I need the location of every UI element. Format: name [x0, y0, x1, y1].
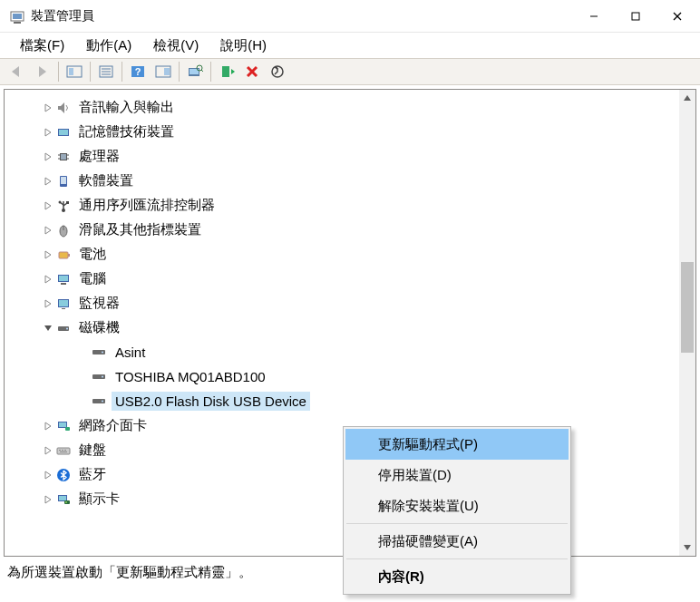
expander-icon[interactable] [41, 275, 55, 284]
svg-rect-64 [60, 452, 67, 452]
svg-text:?: ? [135, 66, 141, 77]
tree-label: 音訊輸入與輸出 [75, 99, 178, 116]
svg-rect-21 [222, 66, 229, 77]
svg-rect-59 [65, 427, 70, 431]
usb-icon [55, 198, 72, 214]
close-button[interactable] [656, 2, 698, 31]
expander-icon[interactable] [41, 128, 55, 137]
svg-rect-67 [59, 496, 66, 500]
svg-rect-44 [59, 276, 68, 281]
tree-label: 軟體裝置 [75, 172, 137, 189]
menu-view[interactable]: 檢視(V) [142, 35, 209, 56]
menu-help[interactable]: 說明(H) [209, 35, 277, 56]
tree-label: 鍵盤 [75, 442, 110, 459]
tree-item-disk-child[interactable]: TOSHIBA MQ01ABD100 [5, 364, 695, 389]
expander-icon[interactable] [41, 471, 55, 480]
svg-rect-1 [13, 14, 22, 19]
memory-icon [55, 124, 72, 141]
svg-rect-42 [68, 254, 70, 257]
tree-item-memory[interactable]: 記憶體技術裝置 [5, 120, 695, 144]
vertical-scrollbar[interactable] [679, 90, 695, 556]
show-hide-tree-button[interactable] [63, 61, 86, 83]
tree-item-software[interactable]: 軟體裝置 [5, 169, 695, 193]
tree-label: 監視器 [75, 295, 123, 312]
tree-item-processor[interactable]: 處理器 [5, 144, 695, 169]
svg-rect-63 [64, 450, 66, 451]
expander-icon[interactable] [41, 495, 55, 504]
separator [346, 558, 568, 559]
battery-icon [55, 247, 72, 263]
svg-point-54 [102, 375, 103, 377]
properties-button[interactable] [94, 61, 118, 83]
tree-item-disk-drives[interactable]: 磁碟機 [5, 316, 695, 340]
svg-rect-34 [61, 177, 66, 184]
scroll-down-button[interactable] [679, 539, 695, 556]
svg-rect-26 [59, 130, 68, 135]
svg-rect-61 [59, 450, 61, 451]
svg-point-52 [102, 351, 103, 353]
titlebar: 裝置管理員 [0, 0, 700, 33]
window-title: 裝置管理員 [31, 8, 94, 24]
expander-icon[interactable] [41, 422, 55, 431]
software-device-icon [55, 173, 72, 189]
display-adapter-icon [55, 491, 72, 508]
menu-action[interactable]: 動作(A) [75, 35, 142, 56]
ctx-scan-hardware[interactable]: 掃描硬體變更(A) [345, 526, 569, 557]
tree-item-monitor[interactable]: 監視器 [5, 291, 695, 316]
view-mode-button[interactable] [151, 61, 175, 83]
tree-label: 藍牙 [75, 466, 110, 483]
tree-item-disk-child[interactable]: Asint [5, 340, 695, 364]
tree-item-usb-controllers[interactable]: 通用序列匯流排控制器 [5, 193, 695, 218]
ctx-update-driver[interactable]: 更新驅動程式(P) [345, 429, 569, 460]
menu-file[interactable]: 檔案(F) [9, 35, 75, 56]
expander-expanded-icon[interactable] [41, 324, 55, 333]
svg-rect-28 [61, 154, 66, 160]
scroll-up-button[interactable] [679, 90, 695, 106]
scroll-thumb[interactable] [681, 262, 694, 353]
expander-icon[interactable] [41, 152, 55, 161]
update-driver-button[interactable] [266, 61, 289, 83]
status-text: 為所選裝置啟動「更新驅動程式精靈」。 [7, 564, 252, 579]
tree-label: 磁碟機 [75, 319, 123, 336]
tree-item-computer[interactable]: 電腦 [5, 267, 695, 291]
monitor-icon [55, 296, 72, 312]
tree-item-mouse[interactable]: 滑鼠及其他指標裝置 [5, 218, 695, 242]
speaker-icon [55, 100, 72, 116]
svg-point-37 [59, 200, 62, 203]
tree-item-disk-child-selected[interactable]: USB2.0 Flash Disk USB Device [5, 389, 695, 413]
svg-rect-47 [59, 300, 68, 306]
scan-hardware-button[interactable] [183, 61, 207, 83]
expander-icon[interactable] [41, 177, 55, 186]
mouse-icon [55, 222, 72, 238]
disk-icon [92, 345, 108, 360]
menubar: 檔案(F) 動作(A) 檢視(V) 說明(H) [0, 33, 700, 58]
svg-rect-58 [59, 422, 66, 427]
expander-icon[interactable] [41, 103, 55, 112]
svg-rect-2 [14, 22, 21, 24]
svg-rect-41 [59, 252, 68, 258]
ctx-properties[interactable]: 內容(R) [345, 561, 569, 592]
expander-icon[interactable] [41, 299, 55, 308]
expander-icon[interactable] [41, 446, 55, 455]
svg-rect-16 [164, 68, 170, 75]
tree-label: 處理器 [75, 148, 123, 165]
nav-back-button[interactable] [5, 61, 29, 83]
expander-icon[interactable] [41, 201, 55, 210]
help-button[interactable]: ? [126, 61, 150, 83]
svg-rect-45 [61, 283, 66, 285]
expander-icon[interactable] [41, 226, 55, 235]
tree-item-battery[interactable]: 電池 [5, 242, 695, 267]
tree-item-audio[interactable]: 音訊輸入與輸出 [5, 95, 695, 120]
keyboard-icon [55, 442, 72, 459]
enable-device-button[interactable] [215, 61, 238, 83]
svg-rect-4 [632, 13, 639, 20]
maximize-button[interactable] [615, 2, 656, 31]
cpu-icon [55, 149, 72, 165]
nav-forward-button[interactable] [31, 61, 54, 83]
ctx-uninstall-device[interactable]: 解除安裝裝置(U) [345, 490, 569, 521]
ctx-disable-device[interactable]: 停用裝置(D) [345, 460, 569, 490]
uninstall-button[interactable] [240, 61, 264, 83]
expander-icon[interactable] [41, 250, 55, 259]
context-menu: 更新驅動程式(P) 停用裝置(D) 解除安裝裝置(U) 掃描硬體變更(A) 內容… [343, 426, 571, 595]
minimize-button[interactable] [573, 2, 615, 31]
